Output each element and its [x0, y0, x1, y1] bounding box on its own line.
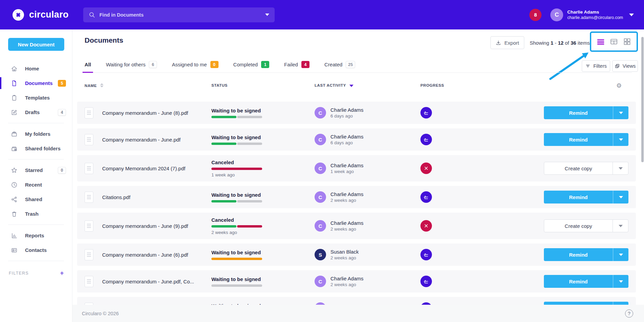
document-name[interactable]: Citations.pdf — [102, 194, 130, 200]
row-action-caret[interactable] — [613, 133, 628, 146]
last-activity-cell: C Charlie Adams — [315, 302, 420, 305]
table-row[interactable]: Company memorandum - June (6).pdf Waitin… — [77, 243, 636, 266]
brand-logo[interactable]: circularo — [12, 8, 72, 22]
row-action-caret[interactable] — [613, 162, 628, 174]
document-name[interactable]: Company Memorandum 2024 (7).pdf — [102, 166, 185, 171]
tab-count-badge: 0 — [210, 61, 218, 68]
row-action-caret[interactable] — [613, 275, 628, 288]
progress-badge[interactable] — [420, 134, 432, 145]
row-action-button[interactable]: Create copy — [544, 162, 628, 175]
search-input[interactable]: Find in Documents — [83, 7, 275, 22]
sidebar-item-reports[interactable]: Reports — [0, 228, 72, 243]
document-name[interactable]: Company memorandum - June.pdf, Co... — [102, 279, 194, 284]
row-action-button[interactable]: Remind — [544, 133, 628, 146]
sidebar-item-recent[interactable]: Recent — [0, 177, 72, 192]
table-row[interactable]: Company memorandum - June (8).pdf Waitin… — [77, 102, 636, 124]
tab-created[interactable]: Created 25 — [324, 57, 355, 72]
sidebar-item-shared-folders[interactable]: Shared folders — [0, 141, 72, 156]
search-options-caret-icon[interactable] — [265, 14, 269, 16]
sidebar-item-label: My folders — [25, 131, 50, 137]
progress-badge[interactable] — [420, 249, 432, 260]
document-thumbnail-icon — [85, 134, 93, 145]
column-header-progress[interactable]: PROGRESS — [420, 83, 444, 87]
view-toggle-group-highlight-box — [590, 31, 638, 52]
tab-completed[interactable]: Completed 1 — [233, 57, 270, 72]
help-icon[interactable]: ? — [625, 309, 633, 318]
tab-waiting-for-others[interactable]: Waiting for others 6 — [106, 57, 157, 72]
progress-badge[interactable] — [420, 302, 432, 305]
column-header-status[interactable]: STATUS — [211, 83, 228, 87]
table-view-icon[interactable] — [610, 38, 618, 46]
signature-icon — [422, 278, 430, 285]
user-avatar: C — [550, 8, 563, 21]
activity-time: 2 weeks ago — [330, 227, 364, 232]
table-row[interactable]: Citations.pdf Waiting to be signed C Cha… — [77, 186, 636, 208]
vertical-scrollbar[interactable] — [641, 37, 644, 162]
row-action-caret[interactable] — [613, 191, 628, 203]
progress-badge[interactable] — [420, 276, 432, 287]
row-action-button[interactable]: Remind — [544, 302, 628, 305]
column-header-last-activity[interactable]: LAST ACTIVITY — [315, 83, 353, 87]
document-name[interactable]: Company memorandum - June.pdf — [102, 137, 181, 143]
row-action-caret[interactable] — [613, 302, 628, 305]
table-row[interactable]: Company memorandum - June.pdf Waiting to… — [77, 128, 636, 151]
row-action-button[interactable]: Remind — [544, 106, 628, 119]
document-name[interactable]: Company memorandum - June (8).pdf — [102, 110, 188, 116]
document-name[interactable]: Company memorandum - June (6).pdf — [102, 252, 188, 258]
documents-count-badge: 5 — [58, 80, 66, 87]
tab-assigned-to-me[interactable]: Assigned to me 0 — [172, 57, 218, 72]
sidebar-item-my-folders[interactable]: My folders — [0, 127, 72, 141]
row-action-button[interactable]: Remind — [544, 191, 628, 203]
document-thumbnail-icon — [85, 107, 93, 119]
document-name[interactable]: Company memorandum - June (9).pdf — [102, 223, 188, 229]
list-view-icon[interactable] — [597, 38, 605, 46]
progress-badge[interactable] — [420, 220, 432, 232]
row-action-label[interactable]: Remind — [544, 302, 613, 305]
notifications-badge[interactable]: 8 — [529, 9, 542, 21]
row-action-button[interactable]: Remind — [544, 248, 628, 261]
row-action-caret[interactable] — [613, 106, 628, 119]
sidebar-item-trash[interactable]: Trash — [0, 207, 72, 221]
table-row[interactable]: Company Memorandum 2024 (7).pdf Canceled… — [77, 155, 636, 181]
showing-count: Showing 1 - 12 of 36 items — [530, 40, 590, 46]
row-action-label[interactable]: Remind — [544, 106, 613, 119]
sidebar-item-drafts[interactable]: Drafts 4 — [0, 105, 72, 120]
tab-all[interactable]: All — [85, 57, 91, 72]
table-row[interactable]: Company memorandum - June (9).pdf Cancel… — [77, 213, 636, 239]
sidebar-item-home[interactable]: Home — [0, 61, 72, 76]
sidebar-item-documents[interactable]: Documents 5 — [0, 76, 72, 90]
action-cell: Remind — [544, 275, 628, 288]
progress-badge[interactable] — [420, 107, 432, 119]
actor-name: Charlie Adams — [330, 134, 364, 139]
row-action-label[interactable]: Remind — [544, 133, 613, 146]
row-action-label[interactable]: Remind — [544, 275, 613, 288]
row-action-label[interactable]: Remind — [544, 248, 613, 261]
row-action-caret[interactable] — [613, 220, 628, 232]
row-action-button[interactable]: Remind — [544, 275, 628, 288]
column-header-name[interactable]: NAME — [85, 83, 104, 88]
table-row[interactable]: Company memorandum - June.pdf, Co... Wai… — [77, 270, 636, 293]
user-menu[interactable]: C Charlie Adams charlie.adams@circularo.… — [550, 8, 634, 21]
tab-label: All — [85, 62, 91, 67]
add-filter-button[interactable]: + — [60, 270, 64, 277]
table-settings-gear-icon[interactable]: ⚙ — [616, 82, 622, 89]
sidebar-item-shared[interactable]: Shared — [0, 192, 72, 207]
sidebar-item-templates[interactable]: Templates — [0, 90, 72, 105]
sort-icon[interactable] — [100, 83, 104, 87]
tab-failed[interactable]: Failed 4 — [284, 57, 309, 72]
progress-badge[interactable] — [420, 191, 432, 203]
new-document-button[interactable]: New Document — [8, 38, 64, 51]
grid-view-icon[interactable] — [623, 38, 631, 46]
progress-badge[interactable] — [420, 163, 432, 174]
export-button[interactable]: Export — [490, 36, 524, 49]
row-action-label[interactable]: Create copy — [544, 162, 613, 174]
sidebar-item-starred[interactable]: Starred 0 — [0, 163, 72, 177]
document-list: Company memorandum - June (8).pdf Waitin… — [77, 102, 636, 305]
row-action-caret[interactable] — [613, 248, 628, 261]
row-action-label[interactable]: Create copy — [544, 220, 613, 232]
row-action-button[interactable]: Create copy — [544, 219, 628, 232]
sidebar-item-contacts[interactable]: Contacts — [0, 243, 72, 257]
table-row[interactable]: Waiting to be signed C Charlie Adams — [77, 297, 636, 305]
row-action-label[interactable]: Remind — [544, 191, 613, 203]
user-email: charlie.adams@circularo.com — [567, 15, 623, 20]
